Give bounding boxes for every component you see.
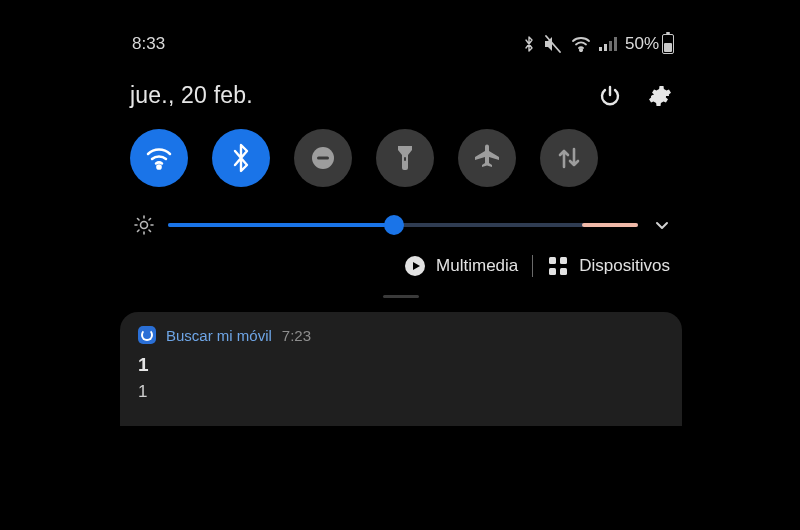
battery-icon bbox=[662, 34, 674, 54]
svg-rect-8 bbox=[404, 157, 406, 161]
mute-icon bbox=[543, 35, 563, 53]
notification-card[interactable]: Buscar mi móvil 7:23 1 1 bbox=[120, 312, 682, 426]
svg-rect-4 bbox=[614, 37, 617, 51]
svg-point-9 bbox=[141, 222, 148, 229]
toggle-mobiledata[interactable] bbox=[540, 129, 598, 187]
drag-handle[interactable] bbox=[383, 295, 419, 298]
app-icon bbox=[138, 326, 156, 344]
svg-rect-2 bbox=[604, 44, 607, 51]
bluetooth-icon bbox=[523, 35, 535, 53]
panel-header: jue., 20 feb. bbox=[108, 60, 694, 115]
signal-icon bbox=[599, 36, 617, 52]
brightness-icon bbox=[134, 215, 154, 235]
quick-toggles bbox=[108, 115, 694, 195]
devices-label: Dispositivos bbox=[579, 256, 670, 276]
brightness-row bbox=[108, 195, 694, 241]
panel-shortcuts: Multimedia Dispositivos bbox=[108, 241, 694, 287]
battery-indicator: 50% bbox=[625, 34, 674, 54]
svg-point-0 bbox=[580, 49, 582, 51]
power-icon[interactable] bbox=[598, 84, 622, 108]
multimedia-button[interactable]: Multimedia bbox=[404, 255, 518, 277]
toggle-wifi[interactable] bbox=[130, 129, 188, 187]
devices-button[interactable]: Dispositivos bbox=[547, 255, 670, 277]
gear-icon[interactable] bbox=[648, 84, 672, 108]
svg-rect-7 bbox=[317, 157, 329, 160]
svg-rect-1 bbox=[599, 47, 602, 51]
notification-body: 1 bbox=[138, 382, 664, 402]
svg-rect-14 bbox=[560, 268, 567, 275]
chevron-down-icon[interactable] bbox=[652, 215, 672, 235]
brightness-slider[interactable] bbox=[168, 213, 638, 237]
notification-header: Buscar mi móvil 7:23 bbox=[138, 326, 664, 344]
notification-title: 1 bbox=[138, 354, 664, 376]
toggle-airplane[interactable] bbox=[458, 129, 516, 187]
toggle-bluetooth[interactable] bbox=[212, 129, 270, 187]
status-time: 8:33 bbox=[132, 34, 165, 54]
notification-app-name: Buscar mi móvil bbox=[166, 327, 272, 344]
svg-point-5 bbox=[157, 165, 160, 168]
svg-rect-13 bbox=[549, 268, 556, 275]
multimedia-label: Multimedia bbox=[436, 256, 518, 276]
notification-time: 7:23 bbox=[282, 327, 311, 344]
separator bbox=[532, 255, 533, 277]
notification-shade: 8:33 bbox=[108, 24, 694, 530]
svg-rect-3 bbox=[609, 41, 612, 51]
status-bar: 8:33 bbox=[108, 24, 694, 60]
wifi-icon bbox=[571, 36, 591, 52]
battery-text: 50% bbox=[625, 34, 659, 54]
status-right: 50% bbox=[523, 34, 674, 54]
toggle-flashlight[interactable] bbox=[376, 129, 434, 187]
panel-date: jue., 20 feb. bbox=[130, 82, 253, 109]
svg-rect-12 bbox=[560, 257, 567, 264]
svg-rect-11 bbox=[549, 257, 556, 264]
toggle-dnd[interactable] bbox=[294, 129, 352, 187]
brightness-thumb[interactable] bbox=[384, 215, 404, 235]
